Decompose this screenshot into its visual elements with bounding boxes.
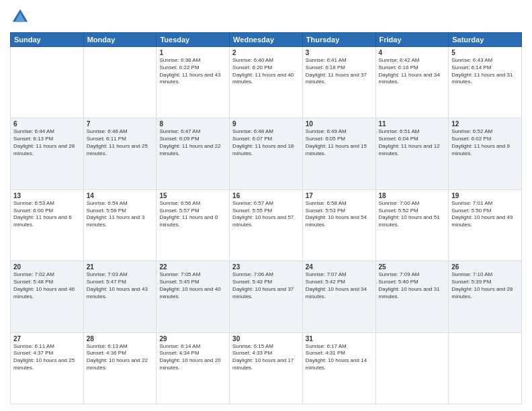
- calendar-cell: [375, 332, 449, 404]
- cell-content: Sunrise: 6:51 AMSunset: 6:04 PMDaylight:…: [379, 128, 446, 157]
- logo: [10, 7, 33, 27]
- cell-content: Sunrise: 6:17 AMSunset: 4:31 PMDaylight:…: [306, 343, 373, 372]
- cell-content: Sunrise: 6:56 AMSunset: 5:57 PMDaylight:…: [159, 200, 226, 229]
- day-number: 29: [159, 335, 226, 342]
- weekday-header: Friday: [375, 33, 449, 47]
- day-number: 21: [87, 263, 154, 271]
- calendar-cell: [83, 47, 157, 118]
- calendar-week-row: 13Sunrise: 6:53 AMSunset: 6:00 PMDayligh…: [11, 189, 522, 261]
- calendar-cell: 23Sunrise: 7:06 AMSunset: 5:43 PMDayligh…: [230, 261, 303, 332]
- cell-content: Sunrise: 6:47 AMSunset: 6:09 PMDaylight:…: [159, 128, 226, 157]
- calendar-cell: 1Sunrise: 6:38 AMSunset: 6:22 PMDaylight…: [157, 47, 230, 118]
- calendar-cell: 9Sunrise: 6:48 AMSunset: 6:07 PMDaylight…: [230, 118, 303, 189]
- day-number: 6: [13, 120, 81, 128]
- cell-content: Sunrise: 6:14 AMSunset: 4:34 PMDaylight:…: [159, 343, 226, 372]
- calendar-cell: 11Sunrise: 6:51 AMSunset: 6:04 PMDayligh…: [375, 118, 449, 189]
- calendar-cell: 21Sunrise: 7:03 AMSunset: 5:47 PMDayligh…: [83, 261, 157, 332]
- day-number: 24: [306, 263, 373, 271]
- day-number: 26: [451, 263, 519, 271]
- cell-content: Sunrise: 6:54 AMSunset: 5:58 PMDaylight:…: [87, 200, 154, 229]
- cell-content: Sunrise: 7:01 AMSunset: 5:50 PMDaylight:…: [451, 200, 519, 229]
- cell-content: Sunrise: 7:03 AMSunset: 5:47 PMDaylight:…: [87, 271, 154, 300]
- day-number: 18: [379, 192, 446, 199]
- calendar-header-row: SundayMondayTuesdayWednesdayThursdayFrid…: [11, 33, 522, 47]
- calendar-cell: 14Sunrise: 6:54 AMSunset: 5:58 PMDayligh…: [83, 189, 157, 261]
- calendar-cell: 20Sunrise: 7:02 AMSunset: 5:48 PMDayligh…: [11, 261, 84, 332]
- calendar-cell: 16Sunrise: 6:57 AMSunset: 5:55 PMDayligh…: [230, 189, 303, 261]
- day-number: 27: [13, 335, 81, 342]
- calendar-cell: 28Sunrise: 6:13 AMSunset: 4:36 PMDayligh…: [83, 332, 157, 404]
- day-number: 15: [159, 192, 226, 199]
- calendar-cell: 17Sunrise: 6:58 AMSunset: 5:53 PMDayligh…: [302, 189, 375, 261]
- calendar-cell: 2Sunrise: 6:40 AMSunset: 6:20 PMDaylight…: [230, 47, 303, 118]
- calendar-cell: 19Sunrise: 7:01 AMSunset: 5:50 PMDayligh…: [449, 189, 522, 261]
- calendar-week-row: 6Sunrise: 6:44 AMSunset: 6:13 PMDaylight…: [11, 118, 522, 189]
- day-number: 22: [159, 263, 226, 271]
- cell-content: Sunrise: 6:13 AMSunset: 4:36 PMDaylight:…: [87, 343, 154, 372]
- cell-content: Sunrise: 6:58 AMSunset: 5:53 PMDaylight:…: [306, 200, 373, 229]
- day-number: 12: [451, 120, 519, 128]
- calendar-cell: 22Sunrise: 7:05 AMSunset: 5:45 PMDayligh…: [157, 261, 230, 332]
- cell-content: Sunrise: 6:43 AMSunset: 6:14 PMDaylight:…: [451, 57, 519, 86]
- cell-content: Sunrise: 6:42 AMSunset: 6:16 PMDaylight:…: [379, 57, 446, 86]
- calendar-cell: 26Sunrise: 7:10 AMSunset: 5:39 PMDayligh…: [449, 261, 522, 332]
- day-number: 13: [13, 192, 81, 199]
- day-number: 19: [451, 192, 519, 199]
- cell-content: Sunrise: 6:52 AMSunset: 6:02 PMDaylight:…: [451, 128, 519, 157]
- cell-content: Sunrise: 7:09 AMSunset: 5:40 PMDaylight:…: [379, 271, 446, 300]
- calendar-cell: 6Sunrise: 6:44 AMSunset: 6:13 PMDaylight…: [11, 118, 84, 189]
- calendar-cell: 29Sunrise: 6:14 AMSunset: 4:34 PMDayligh…: [157, 332, 230, 404]
- calendar-table: SundayMondayTuesdayWednesdayThursdayFrid…: [10, 32, 522, 404]
- calendar-cell: [11, 47, 84, 118]
- day-number: 16: [232, 192, 300, 199]
- cell-content: Sunrise: 6:44 AMSunset: 6:13 PMDaylight:…: [13, 128, 81, 157]
- calendar-cell: 12Sunrise: 6:52 AMSunset: 6:02 PMDayligh…: [449, 118, 522, 189]
- page: SundayMondayTuesdayWednesdayThursdayFrid…: [0, 0, 532, 411]
- logo-icon: [10, 7, 30, 27]
- calendar-cell: 24Sunrise: 7:07 AMSunset: 5:42 PMDayligh…: [302, 261, 375, 332]
- calendar-cell: 27Sunrise: 6:11 AMSunset: 4:37 PMDayligh…: [11, 332, 84, 404]
- day-number: 30: [232, 335, 300, 342]
- calendar-cell: 8Sunrise: 6:47 AMSunset: 6:09 PMDaylight…: [157, 118, 230, 189]
- calendar-cell: 25Sunrise: 7:09 AMSunset: 5:40 PMDayligh…: [375, 261, 449, 332]
- cell-content: Sunrise: 6:11 AMSunset: 4:37 PMDaylight:…: [13, 343, 81, 372]
- day-number: 31: [306, 335, 373, 342]
- weekday-header: Tuesday: [157, 33, 230, 47]
- cell-content: Sunrise: 6:57 AMSunset: 5:55 PMDaylight:…: [232, 200, 300, 229]
- calendar-cell: 13Sunrise: 6:53 AMSunset: 6:00 PMDayligh…: [11, 189, 84, 261]
- day-number: 23: [232, 263, 300, 271]
- cell-content: Sunrise: 7:07 AMSunset: 5:42 PMDaylight:…: [306, 271, 373, 300]
- cell-content: Sunrise: 6:53 AMSunset: 6:00 PMDaylight:…: [13, 200, 81, 229]
- weekday-header: Thursday: [302, 33, 375, 47]
- cell-content: Sunrise: 7:00 AMSunset: 5:52 PMDaylight:…: [379, 200, 446, 229]
- calendar-cell: 5Sunrise: 6:43 AMSunset: 6:14 PMDaylight…: [449, 47, 522, 118]
- day-number: 11: [379, 120, 446, 128]
- calendar-cell: 31Sunrise: 6:17 AMSunset: 4:31 PMDayligh…: [302, 332, 375, 404]
- day-number: 5: [451, 49, 519, 56]
- day-number: 3: [306, 49, 373, 56]
- day-number: 17: [306, 192, 373, 199]
- weekday-header: Wednesday: [230, 33, 303, 47]
- calendar-week-row: 20Sunrise: 7:02 AMSunset: 5:48 PMDayligh…: [11, 261, 522, 332]
- calendar-cell: 15Sunrise: 6:56 AMSunset: 5:57 PMDayligh…: [157, 189, 230, 261]
- cell-content: Sunrise: 7:02 AMSunset: 5:48 PMDaylight:…: [13, 271, 81, 300]
- calendar-cell: [449, 332, 522, 404]
- cell-content: Sunrise: 6:40 AMSunset: 6:20 PMDaylight:…: [232, 57, 300, 86]
- calendar-week-row: 27Sunrise: 6:11 AMSunset: 4:37 PMDayligh…: [11, 332, 522, 404]
- calendar-cell: 10Sunrise: 6:49 AMSunset: 6:05 PMDayligh…: [302, 118, 375, 189]
- day-number: 10: [306, 120, 373, 128]
- cell-content: Sunrise: 6:15 AMSunset: 4:33 PMDaylight:…: [232, 343, 300, 372]
- cell-content: Sunrise: 7:06 AMSunset: 5:43 PMDaylight:…: [232, 271, 300, 300]
- calendar-cell: 4Sunrise: 6:42 AMSunset: 6:16 PMDaylight…: [375, 47, 449, 118]
- cell-content: Sunrise: 6:49 AMSunset: 6:05 PMDaylight:…: [306, 128, 373, 157]
- day-number: 7: [87, 120, 154, 128]
- calendar-week-row: 1Sunrise: 6:38 AMSunset: 6:22 PMDaylight…: [11, 47, 522, 118]
- day-number: 28: [87, 335, 154, 342]
- day-number: 9: [232, 120, 300, 128]
- day-number: 4: [379, 49, 446, 56]
- day-number: 25: [379, 263, 446, 271]
- cell-content: Sunrise: 6:38 AMSunset: 6:22 PMDaylight:…: [159, 57, 226, 86]
- day-number: 20: [13, 263, 81, 271]
- calendar-cell: 7Sunrise: 6:46 AMSunset: 6:11 PMDaylight…: [83, 118, 157, 189]
- calendar-cell: 18Sunrise: 7:00 AMSunset: 5:52 PMDayligh…: [375, 189, 449, 261]
